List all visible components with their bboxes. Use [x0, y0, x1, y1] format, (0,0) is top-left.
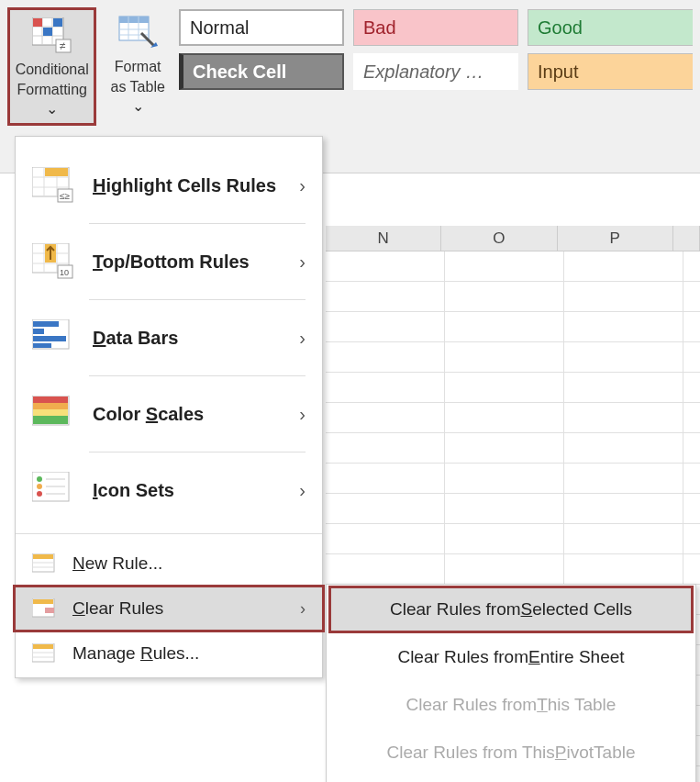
svg-rect-5 [33, 18, 42, 27]
chevron-down-icon: ⌄ [132, 98, 144, 114]
svg-rect-36 [33, 343, 51, 348]
chevron-down-icon: ⌄ [46, 101, 58, 117]
new-rule-icon [32, 553, 56, 574]
svg-point-45 [37, 491, 42, 497]
style-check-cell[interactable]: Check Cell [179, 53, 344, 90]
svg-rect-34 [33, 329, 44, 334]
col-header[interactable]: P [558, 226, 673, 251]
chevron-right-icon: › [299, 175, 306, 196]
chevron-right-icon: › [299, 251, 306, 273]
menu-manage-rules[interactable]: Manage Rules... [16, 630, 322, 677]
format-as-table-icon [116, 11, 160, 55]
conditional-formatting-icon: ≠ [30, 14, 74, 58]
submenu-clear-entire-sheet[interactable]: Clear Rules from Entire Sheet [327, 633, 695, 681]
svg-rect-40 [33, 409, 68, 416]
menu-clear-rules[interactable]: Clear Rules › [13, 585, 325, 632]
cell-styles-gallery: Normal Bad Good Check Cell Explanatory …… [179, 7, 693, 90]
menu-label: Color Scales [93, 404, 299, 425]
clear-rules-icon [32, 598, 56, 619]
svg-text:≤≥: ≤≥ [60, 191, 70, 201]
chevron-right-icon: › [299, 480, 306, 501]
svg-rect-54 [33, 599, 53, 604]
style-input[interactable]: Input [528, 53, 693, 90]
svg-rect-11 [119, 17, 149, 23]
menu-label: Manage Rules... [72, 643, 306, 664]
conditional-formatting-label: Conditional Formatting ⌄ [14, 60, 90, 119]
format-as-table-button[interactable]: Format as Table ⌄ [104, 7, 172, 120]
submenu-clear-this-pivottable: Clear Rules from This PivotTable [327, 729, 695, 776]
chevron-right-icon: › [299, 404, 306, 425]
menu-label: Icon Sets [93, 480, 299, 501]
data-bars-icon [32, 319, 74, 356]
icon-sets-icon [32, 472, 74, 508]
menu-data-bars[interactable]: Data Bars › [16, 300, 322, 375]
svg-point-43 [37, 476, 42, 482]
svg-text:≠: ≠ [60, 39, 66, 52]
style-bad[interactable]: Bad [353, 9, 518, 46]
chevron-right-icon: › [299, 328, 306, 349]
submenu-clear-selected-cells[interactable]: Clear Rules from Selected Cells [328, 586, 694, 633]
svg-point-44 [37, 484, 42, 489]
menu-label: Data Bars [93, 328, 299, 349]
top-bottom-icon: 10 [32, 243, 74, 280]
format-as-table-label: Format as Table ⌄ [109, 57, 166, 117]
svg-rect-41 [33, 416, 68, 424]
menu-label: Top/Bottom Rules [93, 251, 299, 273]
svg-rect-50 [33, 554, 53, 559]
svg-rect-35 [33, 336, 66, 341]
style-good[interactable]: Good [528, 9, 693, 46]
chevron-right-icon: › [300, 599, 306, 619]
conditional-formatting-button[interactable]: ≠ Conditional Formatting ⌄ [7, 7, 96, 126]
conditional-formatting-menu: ≤≥ Highlight Cells Rules › 10 Top/Bottom… [15, 136, 323, 678]
svg-rect-39 [33, 403, 68, 409]
svg-rect-55 [45, 608, 54, 613]
svg-rect-57 [33, 644, 53, 649]
menu-highlight-cells-rules[interactable]: ≤≥ Highlight Cells Rules › [16, 148, 322, 223]
ribbon: ≠ Conditional Formatting ⌄ Format as Tab… [0, 0, 700, 133]
col-header[interactable]: N [326, 226, 441, 251]
style-normal[interactable]: Normal [179, 9, 344, 46]
menu-top-bottom-rules[interactable]: 10 Top/Bottom Rules › [16, 224, 322, 299]
style-explanatory[interactable]: Explanatory … [353, 53, 518, 90]
svg-text:10: 10 [60, 268, 69, 277]
menu-label: Clear Rules [72, 598, 300, 619]
submenu-clear-this-table: Clear Rules from This Table [327, 681, 695, 729]
clear-rules-submenu: Clear Rules from Selected Cells Clear Ru… [326, 584, 696, 782]
svg-rect-6 [43, 28, 52, 36]
svg-rect-7 [53, 18, 62, 27]
column-headers: N O P [326, 226, 700, 251]
svg-rect-33 [33, 321, 59, 327]
menu-label: Highlight Cells Rules [93, 175, 299, 196]
color-scales-icon [32, 396, 74, 432]
col-header[interactable]: O [441, 226, 557, 251]
menu-label: New Rule... [72, 553, 306, 574]
svg-rect-38 [33, 397, 68, 403]
highlight-cells-icon: ≤≥ [32, 167, 74, 204]
menu-icon-sets[interactable]: Icon Sets › [16, 452, 322, 528]
menu-color-scales[interactable]: Color Scales › [16, 376, 322, 452]
menu-new-rule[interactable]: New Rule... [16, 540, 322, 587]
svg-rect-21 [45, 168, 68, 176]
col-header[interactable] [673, 226, 700, 251]
manage-rules-icon [32, 643, 56, 664]
